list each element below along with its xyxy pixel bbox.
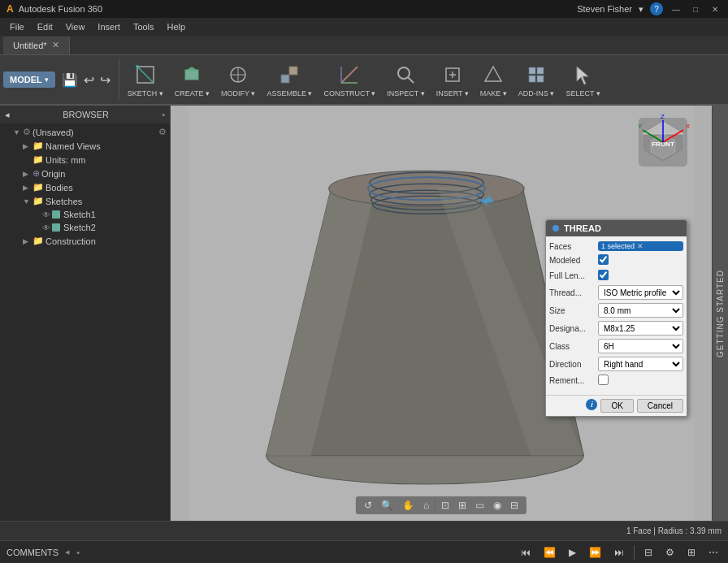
timeline-icon[interactable]: ⊟ (641, 545, 656, 560)
browser-expand-icon[interactable]: ◂ (5, 110, 10, 120)
user-menu-icon[interactable]: ▾ (639, 4, 644, 15)
toolbar-create-group[interactable]: CREATE ▾ (170, 60, 214, 99)
tree-arrow-icon: ▶ (23, 237, 31, 245)
nav-orbit-icon[interactable]: ↺ (361, 498, 375, 513)
tree-item-unsaved[interactable]: ▼ ⚙ (Unsaved) ⚙ (0, 125, 170, 139)
faces-label: Faces (549, 242, 598, 251)
nav-home-icon[interactable]: ⌂ (420, 498, 432, 513)
svg-rect-3 (185, 70, 198, 80)
timeline-more-icon[interactable]: ⋯ (705, 545, 722, 560)
designation-select[interactable]: M8x1.25 (598, 321, 683, 336)
thread-type-select[interactable]: ISO Metric profile (598, 285, 683, 300)
sketch-label: SKETCH ▾ (128, 89, 163, 97)
modeled-checkbox[interactable] (598, 254, 609, 265)
tree-item-construction[interactable]: ▶ 📁 Construction (0, 234, 170, 248)
getting-started-panel[interactable]: GETTING STARTED (712, 106, 728, 521)
play-button[interactable]: ▶ (566, 545, 579, 560)
sketch-icon (52, 210, 60, 219)
close-button[interactable]: ✕ (708, 2, 722, 15)
model-mode-button[interactable]: MODEL ▾ (3, 71, 55, 88)
rements-value (598, 375, 683, 387)
svg-rect-20 (537, 67, 544, 74)
tree-item-sketches[interactable]: ▼ 📁 Sketches (0, 194, 170, 208)
nav-zoom-icon[interactable]: 🔍 (378, 498, 396, 513)
comments-label: COMMENTS (6, 548, 58, 557)
ok-button[interactable]: OK (600, 399, 633, 413)
nav-section-icon[interactable]: ⊟ (507, 498, 522, 513)
menu-file[interactable]: File (3, 20, 31, 33)
toolbar-sketch-group[interactable]: SKETCH ▾ (123, 60, 168, 99)
toolbar-make-group[interactable]: MAKE ▾ (475, 60, 512, 99)
class-select[interactable]: 6H (598, 339, 683, 353)
size-select[interactable]: 8.0 mm (598, 303, 683, 318)
tree-label: Units: mm (46, 155, 86, 165)
toolbar: MODEL ▾ 💾 ↩ ↪ SKETCH ▾ CREATE ▾ MODIFY ▾… (0, 55, 728, 106)
size-label: Size (549, 306, 598, 315)
timeline-settings-icon[interactable]: ⚙ (662, 545, 678, 560)
eye-icon[interactable]: 👁 (42, 210, 50, 219)
menu-view[interactable]: View (59, 20, 92, 33)
toolbar-insert-group[interactable]: INSERT ▾ (431, 60, 474, 99)
assemble-tool-icon (276, 62, 302, 88)
menu-insert[interactable]: Insert (91, 20, 127, 33)
undo-icon[interactable]: ↩ (82, 71, 96, 89)
tab-close-icon[interactable]: ✕ (52, 40, 59, 50)
faces-row: Faces 1 selected ✕ (549, 241, 683, 251)
save-icon[interactable]: 💾 (60, 71, 80, 89)
tree-item-named-views[interactable]: ▶ 📁 Named Views (0, 139, 170, 153)
full-len-value (598, 270, 683, 282)
construct-tool-icon (336, 62, 362, 88)
toolbar-assemble-group[interactable]: ASSEMBLE ▾ (262, 60, 317, 99)
sketch-icon (52, 223, 60, 232)
svg-point-26 (329, 171, 524, 206)
tree-item-sketch1[interactable]: ▶ 👁 Sketch1 (0, 208, 170, 221)
nav-fit-icon[interactable]: ⊡ (438, 498, 453, 513)
help-button[interactable]: ? (650, 2, 663, 15)
play-end-button[interactable]: ⏭ (611, 545, 627, 560)
cancel-button[interactable]: Cancel (637, 399, 683, 413)
tree-item-bodies[interactable]: ▶ 📁 Bodies (0, 180, 170, 194)
nav-pan-icon[interactable]: ✋ (399, 498, 418, 513)
minimize-button[interactable]: — (670, 2, 682, 15)
play-back-start-button[interactable]: ⏮ (518, 545, 534, 560)
menu-edit[interactable]: Edit (31, 20, 59, 33)
nav-separator (435, 499, 436, 512)
comments-expand-icon[interactable]: ◂ (65, 547, 70, 557)
browser-header: ◂ BROWSER • (0, 106, 170, 123)
toolbar-inspect-group[interactable]: INSPECT ▾ (382, 60, 429, 99)
info-icon[interactable]: i (586, 399, 597, 410)
rements-checkbox[interactable] (598, 375, 609, 385)
tree-label: Sketches (46, 197, 82, 206)
nav-grid-icon[interactable]: ⊞ (455, 498, 470, 513)
direction-row: Direction Right hand (549, 357, 683, 371)
menu-tools[interactable]: Tools (127, 20, 161, 33)
clear-selection-button[interactable]: ✕ (637, 242, 644, 250)
timeline-expand-icon[interactable]: ⊞ (684, 545, 699, 560)
full-len-checkbox[interactable] (598, 270, 609, 280)
redo-icon[interactable]: ↪ (98, 71, 112, 89)
thread-type-value: ISO Metric profile (598, 285, 683, 300)
direction-select[interactable]: Right hand (598, 357, 683, 371)
eye-icon[interactable]: 👁 (42, 223, 50, 232)
settings-icon[interactable]: ⚙ (158, 127, 167, 137)
folder-icon: 📁 (32, 182, 44, 193)
maximize-button[interactable]: □ (689, 2, 702, 15)
nav-view-icon[interactable]: ◉ (490, 498, 505, 513)
menu-help[interactable]: Help (161, 20, 193, 33)
play-forward-button[interactable]: ⏩ (586, 545, 604, 560)
viewport[interactable]: FRONT X Y Z THREAD Faces (171, 106, 712, 521)
nav-display-icon[interactable]: ▭ (472, 498, 488, 513)
tree-item-origin[interactable]: ▶ ⊕ Origin (0, 167, 170, 180)
toolbar-select-group[interactable]: SELECT ▾ (561, 60, 604, 99)
toolbar-construct-group[interactable]: CONSTRUCT ▾ (318, 60, 380, 99)
play-back-button[interactable]: ⏪ (540, 545, 559, 560)
document-tab[interactable]: Untitled* ✕ (3, 37, 70, 54)
toolbar-modify-group[interactable]: MODIFY ▾ (216, 60, 260, 99)
select-tool-icon (570, 62, 596, 88)
tree-item-units[interactable]: ▶ 📁 Units: mm (0, 153, 170, 167)
svg-marker-4 (187, 67, 197, 70)
toolbar-addins-group[interactable]: ADD-INS ▾ (514, 60, 560, 99)
select-label: SELECT ▾ (566, 89, 600, 97)
inspect-label: INSPECT ▾ (387, 89, 424, 97)
tree-item-sketch2[interactable]: ▶ 👁 Sketch2 (0, 221, 170, 234)
